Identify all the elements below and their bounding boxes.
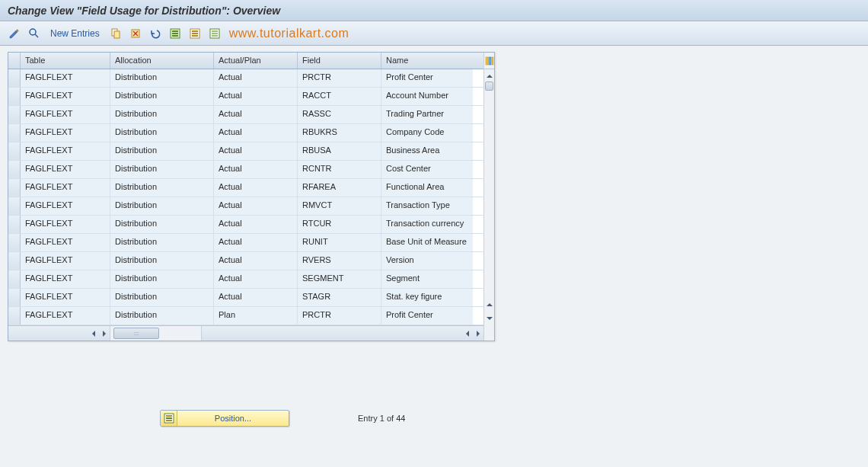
table-row[interactable]: FAGLFLEXTDistributionActualPRCTRProfit C…: [8, 69, 483, 88]
cell-actual-plan[interactable]: Actual: [214, 142, 298, 160]
cell-allocation[interactable]: Distribution: [110, 270, 214, 288]
cell-actual-plan[interactable]: Actual: [214, 234, 298, 251]
cell-allocation[interactable]: Distribution: [110, 197, 214, 215]
cell-field[interactable]: RASSC: [298, 106, 381, 123]
row-selector[interactable]: [8, 307, 21, 325]
scroll-page-up-icon[interactable]: [484, 298, 494, 312]
cell-name[interactable]: Profit Center: [381, 307, 473, 325]
cell-name[interactable]: Base Unit of Measure: [381, 234, 473, 251]
cell-field[interactable]: PRCTR: [298, 307, 381, 325]
header-allocation[interactable]: Allocation: [110, 53, 214, 69]
header-selector[interactable]: [8, 53, 21, 69]
cell-actual-plan[interactable]: Actual: [214, 106, 298, 123]
cell-field[interactable]: RUNIT: [298, 234, 381, 251]
new-entries-button[interactable]: New Entries: [46, 28, 104, 39]
table-row[interactable]: FAGLFLEXTDistributionActualSEGMENTSegmen…: [8, 270, 483, 289]
cell-name[interactable]: Functional Area: [381, 179, 473, 197]
table-row[interactable]: FAGLFLEXTDistributionActualRVERSVersion: [8, 252, 483, 270]
cell-table[interactable]: FAGLFLEXT: [21, 161, 110, 178]
cell-allocation[interactable]: Distribution: [110, 234, 214, 251]
cell-actual-plan[interactable]: Actual: [214, 216, 298, 233]
cell-field[interactable]: RFAREA: [298, 179, 381, 197]
cell-table[interactable]: FAGLFLEXT: [21, 142, 110, 160]
row-selector[interactable]: [8, 179, 21, 197]
hscroll-thumb[interactable]: :::: [113, 328, 159, 339]
cell-field[interactable]: RACCT: [298, 88, 381, 105]
cell-name[interactable]: Transaction Type: [381, 197, 473, 215]
row-selector[interactable]: [8, 106, 21, 123]
select-block-icon[interactable]: [187, 25, 203, 42]
row-selector[interactable]: [8, 124, 21, 142]
cell-table[interactable]: FAGLFLEXT: [21, 270, 110, 288]
cell-name[interactable]: Company Code: [381, 124, 473, 142]
cell-table[interactable]: FAGLFLEXT: [21, 289, 110, 306]
undo-icon[interactable]: [147, 25, 164, 42]
table-row[interactable]: FAGLFLEXTDistributionActualSTAGRStat. ke…: [8, 289, 483, 307]
table-row[interactable]: FAGLFLEXTDistributionActualRUNITBase Uni…: [8, 234, 483, 252]
cell-name[interactable]: Business Area: [381, 142, 473, 160]
cell-actual-plan[interactable]: Actual: [214, 69, 298, 87]
header-name[interactable]: Name: [381, 53, 473, 69]
cell-actual-plan[interactable]: Actual: [214, 270, 298, 288]
cell-table[interactable]: FAGLFLEXT: [21, 307, 110, 325]
cell-actual-plan[interactable]: Actual: [214, 179, 298, 197]
cell-allocation[interactable]: Distribution: [110, 106, 214, 123]
vertical-scrollbar[interactable]: [483, 53, 494, 341]
table-row[interactable]: FAGLFLEXTDistributionActualRBUKRSCompany…: [8, 124, 483, 142]
cell-actual-plan[interactable]: Plan: [214, 307, 298, 325]
copy-icon[interactable]: [107, 25, 124, 42]
cell-table[interactable]: FAGLFLEXT: [21, 234, 110, 251]
cell-actual-plan[interactable]: Actual: [214, 88, 298, 105]
row-selector[interactable]: [8, 142, 21, 160]
cell-actual-plan[interactable]: Actual: [214, 197, 298, 215]
cell-table[interactable]: FAGLFLEXT: [21, 179, 110, 197]
table-row[interactable]: FAGLFLEXTDistributionActualRFAREAFunctio…: [8, 179, 483, 197]
table-row[interactable]: FAGLFLEXTDistributionActualRMVCTTransact…: [8, 197, 483, 216]
vscroll-thumb[interactable]: [485, 82, 493, 91]
cell-allocation[interactable]: Distribution: [110, 179, 214, 197]
cell-table[interactable]: FAGLFLEXT: [21, 106, 110, 123]
cell-name[interactable]: Trading Partner: [381, 106, 473, 123]
row-selector[interactable]: [8, 88, 21, 105]
cell-field[interactable]: SEGMENT: [298, 270, 381, 288]
table-row[interactable]: FAGLFLEXTDistributionPlanPRCTRProfit Cen…: [8, 307, 483, 325]
cell-name[interactable]: Cost Center: [381, 161, 473, 178]
cell-allocation[interactable]: Distribution: [110, 216, 214, 233]
cell-table[interactable]: FAGLFLEXT: [21, 124, 110, 142]
row-selector[interactable]: [8, 234, 21, 251]
cell-field[interactable]: STAGR: [298, 289, 381, 306]
cell-name[interactable]: Version: [381, 252, 473, 270]
cell-field[interactable]: RBUKRS: [298, 124, 381, 142]
cell-allocation[interactable]: Distribution: [110, 161, 214, 178]
configure-columns-icon[interactable]: [484, 53, 494, 69]
cell-allocation[interactable]: Distribution: [110, 142, 214, 160]
row-selector[interactable]: [8, 270, 21, 288]
table-row[interactable]: FAGLFLEXTDistributionActualRBUSABusiness…: [8, 142, 483, 161]
hscroll-right2-icon[interactable]: [473, 331, 483, 337]
cell-name[interactable]: Transaction currency: [381, 216, 473, 233]
table-row[interactable]: FAGLFLEXTDistributionActualRACCTAccount …: [8, 88, 483, 106]
cell-field[interactable]: PRCTR: [298, 69, 381, 87]
cell-field[interactable]: RVERS: [298, 252, 381, 270]
hscroll-track[interactable]: :::: [110, 326, 202, 341]
scroll-down-icon[interactable]: [484, 312, 494, 325]
cell-field[interactable]: RMVCT: [298, 197, 381, 215]
row-selector[interactable]: [8, 197, 21, 215]
toggle-display-change-icon[interactable]: [6, 25, 23, 42]
row-selector[interactable]: [8, 161, 21, 178]
cell-allocation[interactable]: Distribution: [110, 307, 214, 325]
select-all-icon[interactable]: [167, 25, 183, 42]
cell-allocation[interactable]: Distribution: [110, 252, 214, 270]
cell-name[interactable]: Account Number: [381, 88, 473, 105]
cell-name[interactable]: Segment: [381, 270, 473, 288]
position-button[interactable]: Position...: [160, 410, 289, 427]
header-actual-plan[interactable]: Actual/Plan: [214, 53, 298, 69]
row-selector[interactable]: [8, 216, 21, 233]
cell-allocation[interactable]: Distribution: [110, 69, 214, 87]
hscroll-left2-icon[interactable]: [462, 331, 473, 337]
cell-allocation[interactable]: Distribution: [110, 289, 214, 306]
row-selector[interactable]: [8, 252, 21, 270]
delete-icon[interactable]: [127, 25, 144, 42]
hscroll-left-icon[interactable]: [88, 331, 99, 337]
hscroll-right-inner-icon[interactable]: [99, 331, 110, 337]
